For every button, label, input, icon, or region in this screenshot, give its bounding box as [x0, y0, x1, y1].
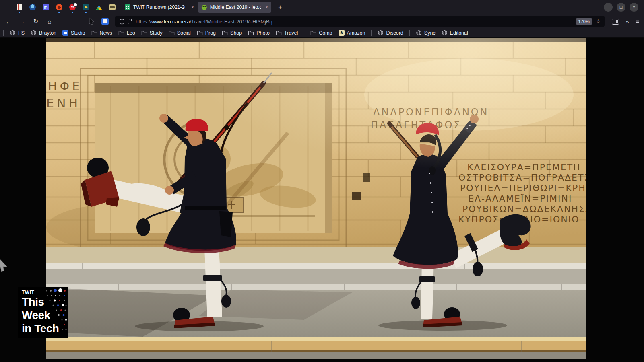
navigation-toolbar: ← → ↻ ⌂ https://www.leo.camera/Travel/Mi… [0, 14, 644, 28]
bookmark-label: Prog [205, 30, 216, 36]
bookmark-label: Amazon [347, 30, 365, 36]
folder-icon [197, 30, 203, 36]
window-controls: – □ × [604, 3, 638, 12]
twit-line: in Tech [22, 322, 59, 335]
pinned-tab-card[interactable] [109, 4, 116, 10]
bookmark-sync[interactable]: Sync [416, 30, 436, 36]
bookmark-label: Brayton [39, 30, 56, 36]
bookmark-folder-travel[interactable]: Travel [276, 30, 298, 36]
maximize-button[interactable]: □ [617, 3, 625, 12]
url-bar[interactable]: https://www.leo.camera/Travel/Middle-Eas… [115, 16, 605, 27]
bookmark-label: Social [177, 30, 191, 36]
bookmark-fs[interactable]: FS [10, 30, 25, 36]
orange-dial-icon [56, 4, 62, 10]
overflow-chevron-icon[interactable]: » [625, 18, 629, 25]
bookmarks-bar: FS Brayton Studio News Leo Study Social … [0, 28, 644, 38]
url-scheme: https:// [136, 19, 151, 25]
twit-line: This [22, 296, 44, 309]
url-text[interactable]: https://www.leo.camera/Travel/Middle-Eas… [136, 19, 272, 25]
tab-bar: m 55 TWiT Rundown (2021-20 × [0, 0, 644, 14]
mouse-cursor [89, 17, 96, 25]
minimize-button[interactable]: – [604, 3, 613, 12]
bookmark-studio[interactable]: Studio [62, 30, 85, 36]
pinned-tab-mastodon[interactable]: m [43, 4, 49, 10]
lock-icon[interactable] [128, 21, 132, 24]
folder-icon [118, 30, 124, 36]
unread-dot [85, 12, 87, 13]
twit-line: Week [22, 309, 50, 322]
google-drive-icon [96, 4, 102, 10]
tab-title: TWiT Rundown (2021-20 [133, 4, 185, 10]
folder-icon [222, 30, 228, 36]
bookmark-label: Discord [386, 30, 403, 36]
back-button[interactable]: ← [5, 18, 12, 25]
bookmark-label: Leo [127, 30, 135, 36]
bookmark-discord[interactable]: Discord [378, 30, 403, 36]
bookmark-folder-social[interactable]: Social [169, 30, 191, 36]
new-tab-button[interactable]: + [275, 2, 285, 12]
globe-icon [31, 30, 37, 36]
url-path: /Travel/Middle-East-2019/i-Ht3MjBq [190, 19, 272, 25]
bookmark-folder-shop[interactable]: Shop [222, 30, 242, 36]
bookmark-label: Sync [424, 30, 436, 36]
unread-dot [72, 12, 73, 13]
close-icon[interactable]: × [264, 4, 268, 10]
tab-title: Middle East 2019 - leo.c [210, 4, 261, 10]
pinned-tab-orange[interactable] [56, 4, 62, 10]
pinned-tab-drive[interactable] [96, 4, 102, 10]
folder-icon [169, 30, 175, 36]
folder-icon [91, 30, 97, 36]
home-button[interactable]: ⌂ [46, 18, 53, 25]
globe-icon [416, 30, 422, 36]
bookmark-folder-prog[interactable]: Prog [197, 30, 216, 36]
close-icon[interactable]: × [190, 4, 194, 10]
bookmark-editorial[interactable]: Editorial [442, 30, 468, 36]
evzones-photo[interactable]: ΗΦΕ ΕΝΗ ΑΝΔΡΩΝΕΠΙΦΑΝΩΝ ΠΑΣΑΓΗΤΑΦΟΣ ΚΛΕΙΣ… [46, 38, 586, 359]
timer-55-icon: 55 [69, 4, 76, 10]
bookmark-label: FS [18, 30, 25, 36]
bookmark-label: Editorial [450, 30, 468, 36]
bookmark-folder-leo[interactable]: Leo [118, 30, 135, 36]
pinned-tabs: m 55 [16, 4, 116, 10]
plaza-floor [46, 247, 586, 359]
bookmarks-separator [371, 30, 372, 36]
amazon-icon: a [339, 30, 345, 36]
extension-icon[interactable] [101, 18, 109, 25]
google-sheets-icon [125, 4, 130, 10]
reload-button[interactable]: ↻ [32, 18, 39, 25]
bookmark-brayton[interactable]: Brayton [31, 30, 56, 36]
tracking-shield-icon[interactable] [119, 19, 125, 25]
zoom-level-badge[interactable]: 170% [576, 18, 592, 25]
media-play-icon [83, 4, 89, 10]
bookmark-folder-study[interactable]: Study [141, 30, 163, 36]
blue-app-icon [62, 30, 68, 36]
folder-icon [310, 30, 316, 36]
bookmark-folder-news[interactable]: News [91, 30, 112, 36]
folder-icon [141, 30, 147, 36]
folder-icon [276, 30, 282, 36]
unread-dot [58, 12, 60, 13]
menu-icon[interactable]: ≡ [636, 18, 639, 25]
bookmark-folder-photo[interactable]: Photo [248, 30, 270, 36]
tab-twit-rundown[interactable]: TWiT Rundown (2021-20 × [122, 2, 197, 13]
pinned-tab-media[interactable] [83, 4, 89, 10]
bookmark-star-icon[interactable]: ☆ [596, 18, 601, 25]
journal-icon [17, 4, 22, 10]
bookmark-amazon[interactable]: a Amazon [339, 30, 365, 36]
pinned-tab-journal[interactable] [16, 4, 23, 10]
timer-badge-icon [73, 3, 77, 7]
browser-window: m 55 TWiT Rundown (2021-20 × [0, 0, 644, 362]
tab-middle-east[interactable]: Middle East 2019 - leo.c × [198, 2, 271, 13]
pinned-tab-timer[interactable]: 55 [69, 4, 76, 10]
bookmark-folder-comp[interactable]: Comp [310, 30, 332, 36]
bookmarks-separator [3, 30, 4, 36]
page-content: ΗΦΕ ΕΝΗ ΑΝΔΡΩΝΕΠΙΦΑΝΩΝ ΠΑΣΑΓΗΤΑΦΟΣ ΚΛΕΙΣ… [0, 38, 644, 362]
globe-icon [10, 30, 16, 36]
mastodon-icon: m [43, 4, 49, 10]
forward-button[interactable]: → [19, 18, 26, 25]
smugmug-smile-icon [201, 4, 207, 10]
pinned-tab-weather[interactable] [29, 4, 36, 10]
close-button[interactable]: × [630, 3, 638, 12]
sidebar-toggle-icon[interactable] [612, 19, 619, 25]
globe-icon [442, 30, 448, 36]
